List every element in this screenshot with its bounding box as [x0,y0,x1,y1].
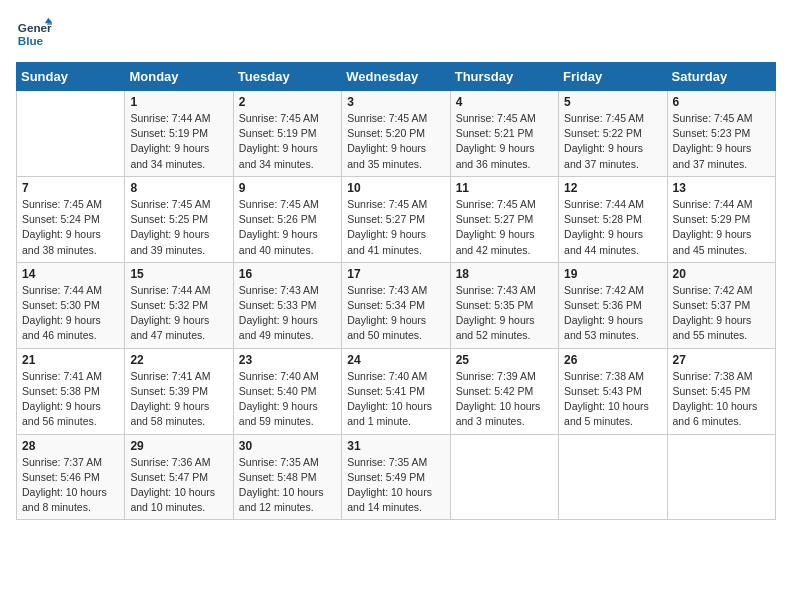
day-info: Sunrise: 7:40 AMSunset: 5:41 PMDaylight:… [347,369,444,430]
day-info: Sunrise: 7:39 AMSunset: 5:42 PMDaylight:… [456,369,553,430]
day-info: Sunrise: 7:41 AMSunset: 5:38 PMDaylight:… [22,369,119,430]
day-info: Sunrise: 7:40 AMSunset: 5:40 PMDaylight:… [239,369,336,430]
calendar-cell: 22Sunrise: 7:41 AMSunset: 5:39 PMDayligh… [125,348,233,434]
day-info: Sunrise: 7:45 AMSunset: 5:27 PMDaylight:… [347,197,444,258]
day-number: 4 [456,95,553,109]
week-row-1: 1Sunrise: 7:44 AMSunset: 5:19 PMDaylight… [17,91,776,177]
day-number: 12 [564,181,661,195]
calendar-cell: 3Sunrise: 7:45 AMSunset: 5:20 PMDaylight… [342,91,450,177]
day-info: Sunrise: 7:45 AMSunset: 5:20 PMDaylight:… [347,111,444,172]
day-info: Sunrise: 7:44 AMSunset: 5:19 PMDaylight:… [130,111,227,172]
day-number: 20 [673,267,770,281]
calendar-cell: 18Sunrise: 7:43 AMSunset: 5:35 PMDayligh… [450,262,558,348]
day-info: Sunrise: 7:43 AMSunset: 5:35 PMDaylight:… [456,283,553,344]
day-number: 11 [456,181,553,195]
day-header-thursday: Thursday [450,63,558,91]
day-info: Sunrise: 7:42 AMSunset: 5:36 PMDaylight:… [564,283,661,344]
calendar-cell: 13Sunrise: 7:44 AMSunset: 5:29 PMDayligh… [667,176,775,262]
calendar-cell: 8Sunrise: 7:45 AMSunset: 5:25 PMDaylight… [125,176,233,262]
day-number: 16 [239,267,336,281]
day-info: Sunrise: 7:45 AMSunset: 5:19 PMDaylight:… [239,111,336,172]
day-number: 1 [130,95,227,109]
calendar-cell [450,434,558,520]
day-number: 25 [456,353,553,367]
day-number: 19 [564,267,661,281]
day-info: Sunrise: 7:42 AMSunset: 5:37 PMDaylight:… [673,283,770,344]
calendar-header: SundayMondayTuesdayWednesdayThursdayFrid… [17,63,776,91]
week-row-3: 14Sunrise: 7:44 AMSunset: 5:30 PMDayligh… [17,262,776,348]
day-number: 23 [239,353,336,367]
calendar-cell: 14Sunrise: 7:44 AMSunset: 5:30 PMDayligh… [17,262,125,348]
calendar-cell: 21Sunrise: 7:41 AMSunset: 5:38 PMDayligh… [17,348,125,434]
calendar-cell: 7Sunrise: 7:45 AMSunset: 5:24 PMDaylight… [17,176,125,262]
day-info: Sunrise: 7:45 AMSunset: 5:24 PMDaylight:… [22,197,119,258]
day-info: Sunrise: 7:36 AMSunset: 5:47 PMDaylight:… [130,455,227,516]
calendar-cell: 29Sunrise: 7:36 AMSunset: 5:47 PMDayligh… [125,434,233,520]
day-header-tuesday: Tuesday [233,63,341,91]
day-number: 5 [564,95,661,109]
day-header-friday: Friday [559,63,667,91]
day-info: Sunrise: 7:41 AMSunset: 5:39 PMDaylight:… [130,369,227,430]
week-row-2: 7Sunrise: 7:45 AMSunset: 5:24 PMDaylight… [17,176,776,262]
calendar-cell: 28Sunrise: 7:37 AMSunset: 5:46 PMDayligh… [17,434,125,520]
calendar-cell: 5Sunrise: 7:45 AMSunset: 5:22 PMDaylight… [559,91,667,177]
day-info: Sunrise: 7:45 AMSunset: 5:26 PMDaylight:… [239,197,336,258]
day-number: 30 [239,439,336,453]
day-info: Sunrise: 7:43 AMSunset: 5:34 PMDaylight:… [347,283,444,344]
calendar-cell: 31Sunrise: 7:35 AMSunset: 5:49 PMDayligh… [342,434,450,520]
day-number: 29 [130,439,227,453]
calendar-cell [17,91,125,177]
calendar-cell: 27Sunrise: 7:38 AMSunset: 5:45 PMDayligh… [667,348,775,434]
logo: General Blue [16,16,56,52]
logo-icon: General Blue [16,16,52,52]
day-info: Sunrise: 7:35 AMSunset: 5:49 PMDaylight:… [347,455,444,516]
calendar-cell: 6Sunrise: 7:45 AMSunset: 5:23 PMDaylight… [667,91,775,177]
calendar-cell: 12Sunrise: 7:44 AMSunset: 5:28 PMDayligh… [559,176,667,262]
calendar-cell: 15Sunrise: 7:44 AMSunset: 5:32 PMDayligh… [125,262,233,348]
calendar-cell: 20Sunrise: 7:42 AMSunset: 5:37 PMDayligh… [667,262,775,348]
day-info: Sunrise: 7:45 AMSunset: 5:27 PMDaylight:… [456,197,553,258]
calendar-cell: 10Sunrise: 7:45 AMSunset: 5:27 PMDayligh… [342,176,450,262]
day-number: 14 [22,267,119,281]
day-info: Sunrise: 7:35 AMSunset: 5:48 PMDaylight:… [239,455,336,516]
day-info: Sunrise: 7:45 AMSunset: 5:22 PMDaylight:… [564,111,661,172]
day-info: Sunrise: 7:45 AMSunset: 5:23 PMDaylight:… [673,111,770,172]
calendar-cell [559,434,667,520]
day-info: Sunrise: 7:45 AMSunset: 5:21 PMDaylight:… [456,111,553,172]
calendar-cell: 9Sunrise: 7:45 AMSunset: 5:26 PMDaylight… [233,176,341,262]
day-number: 7 [22,181,119,195]
day-number: 13 [673,181,770,195]
calendar-cell: 19Sunrise: 7:42 AMSunset: 5:36 PMDayligh… [559,262,667,348]
calendar-cell: 25Sunrise: 7:39 AMSunset: 5:42 PMDayligh… [450,348,558,434]
day-number: 18 [456,267,553,281]
day-info: Sunrise: 7:45 AMSunset: 5:25 PMDaylight:… [130,197,227,258]
day-number: 31 [347,439,444,453]
day-number: 9 [239,181,336,195]
day-header-sunday: Sunday [17,63,125,91]
calendar-cell: 4Sunrise: 7:45 AMSunset: 5:21 PMDaylight… [450,91,558,177]
day-info: Sunrise: 7:43 AMSunset: 5:33 PMDaylight:… [239,283,336,344]
day-info: Sunrise: 7:37 AMSunset: 5:46 PMDaylight:… [22,455,119,516]
day-number: 27 [673,353,770,367]
day-header-saturday: Saturday [667,63,775,91]
day-number: 15 [130,267,227,281]
day-header-wednesday: Wednesday [342,63,450,91]
day-info: Sunrise: 7:38 AMSunset: 5:45 PMDaylight:… [673,369,770,430]
svg-text:Blue: Blue [18,34,44,47]
page-header: General Blue [16,16,776,52]
day-number: 26 [564,353,661,367]
calendar-cell: 1Sunrise: 7:44 AMSunset: 5:19 PMDaylight… [125,91,233,177]
day-number: 8 [130,181,227,195]
calendar-cell: 16Sunrise: 7:43 AMSunset: 5:33 PMDayligh… [233,262,341,348]
day-number: 21 [22,353,119,367]
calendar-cell [667,434,775,520]
day-number: 3 [347,95,444,109]
calendar-cell: 24Sunrise: 7:40 AMSunset: 5:41 PMDayligh… [342,348,450,434]
day-number: 28 [22,439,119,453]
calendar-cell: 26Sunrise: 7:38 AMSunset: 5:43 PMDayligh… [559,348,667,434]
calendar-cell: 30Sunrise: 7:35 AMSunset: 5:48 PMDayligh… [233,434,341,520]
calendar-body: 1Sunrise: 7:44 AMSunset: 5:19 PMDaylight… [17,91,776,520]
calendar-cell: 11Sunrise: 7:45 AMSunset: 5:27 PMDayligh… [450,176,558,262]
day-number: 6 [673,95,770,109]
day-number: 24 [347,353,444,367]
